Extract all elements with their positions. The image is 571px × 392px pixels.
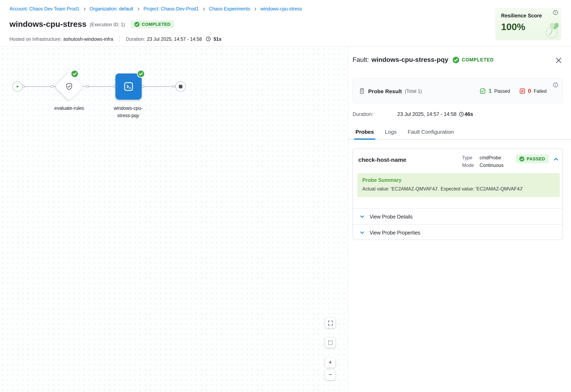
breadcrumb-chaos-experiments[interactable]: Chaos Experiments [209, 6, 250, 12]
connector-port [86, 85, 89, 88]
chevron-down-icon [359, 230, 365, 235]
node-windows-cpu-stress-pqy[interactable] [116, 73, 142, 100]
passed-count: 1 [489, 88, 492, 94]
duration-value: 23 Jul 2025, 14:57 - 14:58 [147, 36, 202, 42]
view-probe-details-label: View Probe Details [370, 214, 413, 219]
resilience-score-card: Resilience Score 100% [495, 8, 561, 40]
close-icon[interactable] [555, 57, 562, 64]
pipeline-canvas[interactable]: evaluate-rules windows-cpu-stress-pqy + … [0, 46, 348, 392]
node-evaluate-rules[interactable] [55, 72, 84, 101]
probe-mode-value: Continuous [480, 163, 504, 168]
probe-card-check-host-name: check-host-name Type cmdProbe Mode Conti… [353, 148, 563, 240]
clipboard-icon [359, 88, 365, 94]
clock-icon [459, 112, 464, 117]
fullscreen-button[interactable] [325, 318, 336, 328]
node-label-windows-cpu-stress-pqy: windows-cpu-stress-pqy [107, 105, 149, 119]
divider [119, 36, 120, 42]
tab-logs[interactable]: Logs [385, 129, 397, 139]
probe-name: check-host-name [358, 157, 406, 163]
resilience-score-label: Resilience Score [501, 13, 542, 18]
fault-duration-row: Duration: 23 Jul 2025, 14:57 - 14:58 46s [353, 111, 473, 117]
check-circle-icon [135, 22, 140, 27]
experiment-meta: Hosted on Infrastructure: ashutosh-windo… [9, 36, 222, 42]
resilience-score-value: 100% [501, 22, 525, 33]
fault-label: Fault: [353, 56, 369, 63]
fault-details-panel: Fault: windows-cpu-stress-pqy COMPLETED … [348, 46, 571, 392]
page-title: windows-cpu-stress [9, 20, 86, 29]
breadcrumb-organization[interactable]: Organization: default [90, 6, 133, 12]
zoom-in-button[interactable]: + [325, 357, 336, 368]
chevron-up-icon[interactable] [553, 156, 559, 162]
leaf-decoration [536, 20, 560, 39]
connector-port [141, 85, 144, 88]
breadcrumb-project[interactable]: Project: Chaos-Dev-Prod1 [143, 6, 198, 12]
status-badge: COMPLETED [131, 20, 174, 28]
tab-fault-configuration[interactable]: Fault Configuration [407, 129, 454, 139]
failed-count: 0 [528, 88, 531, 94]
tab-probes[interactable]: Probes [355, 129, 374, 139]
infra-label: Hosted on Infrastructure: [9, 36, 61, 42]
pipeline-stop-node[interactable] [176, 82, 186, 92]
view-probe-properties-label: View Probe Properties [370, 230, 420, 235]
execution-id: (Execution ID: 1) [90, 22, 125, 27]
fault-duration-elapsed: 46s [465, 111, 473, 117]
info-icon[interactable] [553, 10, 558, 15]
play-icon [15, 84, 20, 89]
failed-label: Failed [534, 88, 547, 94]
selection-box-icon [328, 340, 333, 345]
status-badge-label: COMPLETED [142, 22, 170, 27]
view-probe-details-row[interactable]: View Probe Details [353, 208, 563, 224]
duration-elapsed: 51s [213, 36, 222, 42]
stop-icon [179, 85, 182, 88]
chevron-right-icon [202, 7, 206, 11]
connector-port [51, 85, 54, 88]
selection-tool-button[interactable] [325, 337, 336, 348]
probe-status-badge: PASSED [516, 155, 549, 163]
fault-header: Fault: windows-cpu-stress-pqy COMPLETED [353, 56, 494, 63]
probe-result-total: (Total 1) [405, 88, 422, 94]
chevron-right-icon [254, 7, 257, 11]
probe-summary-text: Actual value: 'EC2AMAZ-QMVAF4J'. Expecte… [362, 186, 555, 192]
probe-result-card: Probe Result (Total 1) 1 Passed 0 Failed [353, 78, 563, 104]
check-circle-icon [453, 56, 459, 63]
probe-type-value: cmdProbe [480, 155, 501, 160]
view-probe-properties-row[interactable]: View Probe Properties [353, 224, 563, 240]
breadcrumb-current[interactable]: windows-cpu-stress [260, 6, 302, 12]
page-header: Account: Chaos Dev Team Prod1 Organizati… [0, 0, 571, 46]
passed-check-icon [480, 88, 486, 94]
shield-check-icon [65, 82, 74, 91]
fault-name: windows-cpu-stress-pqy [371, 56, 448, 63]
node-label-evaluate-rules: evaluate-rules [44, 105, 95, 112]
infra-value: ashutosh-windows-infra [63, 36, 113, 42]
connector-port [173, 85, 176, 88]
clock-icon [206, 36, 211, 42]
breadcrumb-account[interactable]: Account: Chaos Dev Team Prod1 [9, 6, 79, 12]
probe-mode-label: Mode [462, 163, 480, 168]
probe-status-label: PASSED [527, 156, 545, 161]
probe-summary-box: Probe Summary Actual value: 'EC2AMAZ-QMV… [357, 173, 560, 197]
info-icon[interactable] [553, 82, 558, 88]
zoom-out-button[interactable]: − [325, 370, 336, 380]
probe-result-left: Probe Result (Total 1) [359, 88, 422, 94]
chevron-right-icon [136, 7, 140, 11]
success-badge-icon [71, 70, 78, 77]
failed-x-icon [519, 88, 525, 94]
passed-label: Passed [494, 88, 510, 94]
chevron-down-icon [359, 214, 365, 219]
chevron-right-icon [83, 7, 86, 11]
breadcrumb: Account: Chaos Dev Team Prod1 Organizati… [9, 6, 302, 12]
fault-status: COMPLETED [462, 57, 494, 63]
check-circle-icon [519, 156, 525, 161]
detail-tabs: Probes Logs Fault Configuration [348, 124, 571, 140]
fault-duration-value: 23 Jul 2025, 14:57 - 14:58 [397, 111, 457, 117]
fault-duration-label: Duration: [353, 111, 397, 117]
fault-node-icon [123, 81, 134, 92]
pipeline-start-node[interactable] [12, 82, 23, 92]
duration-label: Duration: [126, 36, 145, 42]
app-root: Account: Chaos Dev Team Prod1 Organizati… [0, 0, 571, 392]
title-row: windows-cpu-stress (Execution ID: 1) COM… [9, 20, 174, 29]
fullscreen-icon [328, 320, 333, 326]
success-badge-icon [138, 70, 144, 77]
pipeline-edge [23, 86, 176, 87]
probe-result-counts: 1 Passed 0 Failed [480, 88, 547, 94]
